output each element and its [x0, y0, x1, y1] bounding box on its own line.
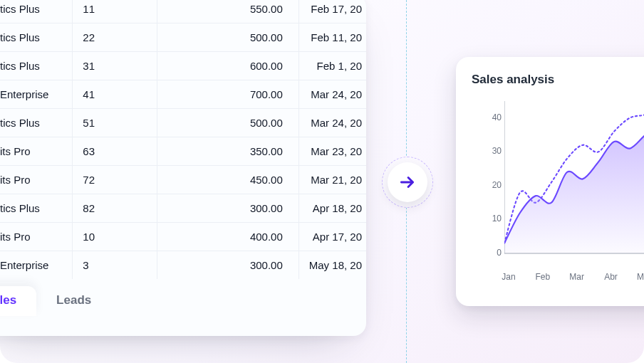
- cell-date: Feb 1, 20: [298, 52, 366, 80]
- cell-amount: 700.00: [157, 80, 298, 109]
- xtick: Mar: [569, 272, 584, 282]
- cell-date: Apr 17, 20: [298, 223, 366, 251]
- sales-table: tics Plus11550.00Feb 17, 20tics Plus2250…: [0, 0, 366, 279]
- cell-qty: 10: [73, 223, 157, 251]
- chart-area: 010203040 JanFebMarAbrMayJun: [470, 97, 644, 282]
- cell-amount: 600.00: [157, 52, 298, 80]
- cell-qty: 63: [73, 137, 157, 166]
- cell-date: May 18, 20: [298, 251, 366, 280]
- table-row[interactable]: its Pro10400.00Apr 17, 20: [0, 223, 366, 251]
- xtick: Feb: [535, 272, 550, 282]
- transform-arrow: [382, 157, 433, 208]
- table-panel: tics Plus11550.00Feb 17, 20tics Plus2250…: [0, 0, 366, 336]
- xtick: Jan: [502, 272, 515, 282]
- cell-product: its Pro: [0, 223, 73, 251]
- cell-date: Mar 24, 20: [298, 109, 366, 137]
- tabs: ales Leads: [0, 285, 366, 316]
- ytick: 10: [480, 214, 502, 223]
- table-row[interactable]: tics Plus11550.00Feb 17, 20: [0, 0, 366, 23]
- ytick: 0: [480, 248, 502, 258]
- chart-svg: [504, 101, 644, 265]
- ytick: 20: [480, 180, 502, 190]
- cell-qty: 41: [73, 80, 157, 109]
- cell-product: its Pro: [0, 137, 73, 166]
- table-row[interactable]: tics Plus51500.00Mar 24, 20: [0, 109, 366, 137]
- cell-date: Feb 11, 20: [298, 23, 366, 52]
- tab-leads[interactable]: Leads: [36, 286, 111, 316]
- cell-qty: 51: [73, 109, 157, 137]
- cell-amount: 500.00: [157, 109, 298, 137]
- cell-date: Mar 21, 20: [298, 166, 366, 194]
- ytick: 30: [480, 146, 502, 156]
- cell-amount: 550.00: [157, 0, 298, 23]
- cell-qty: 22: [73, 23, 157, 52]
- cell-product: tics Plus: [0, 109, 73, 137]
- table-row[interactable]: Enterprise3300.00May 18, 20: [0, 251, 366, 280]
- table-row[interactable]: its Pro72450.00Mar 21, 20: [0, 166, 366, 194]
- cell-date: Mar 24, 20: [298, 80, 366, 109]
- cell-qty: 3: [73, 251, 157, 280]
- cell-qty: 72: [73, 166, 157, 194]
- chart-title: Sales analysis: [472, 73, 644, 87]
- table-row[interactable]: its Pro63350.00Mar 23, 20: [0, 137, 366, 166]
- cell-product: tics Plus: [0, 0, 73, 23]
- cell-qty: 31: [73, 52, 157, 80]
- cell-date: Mar 23, 20: [298, 137, 366, 166]
- series-area: [504, 122, 644, 253]
- arrow-right-icon: [388, 162, 427, 202]
- cell-amount: 300.00: [157, 251, 298, 280]
- ytick: 40: [480, 112, 502, 122]
- cell-product: tics Plus: [0, 194, 73, 223]
- table-row[interactable]: tics Plus82300.00Apr 18, 20: [0, 194, 366, 223]
- tab-sales[interactable]: ales: [0, 286, 36, 316]
- cell-product: its Pro: [0, 166, 73, 194]
- cell-amount: 300.00: [157, 194, 298, 223]
- cell-amount: 500.00: [157, 23, 298, 52]
- cell-product: Enterprise: [0, 251, 73, 280]
- table-row[interactable]: tics Plus31600.00Feb 1, 20: [0, 52, 366, 80]
- cell-date: Apr 18, 20: [298, 194, 366, 223]
- stage: tics Plus11550.00Feb 17, 20tics Plus2250…: [0, 0, 644, 363]
- cell-amount: 400.00: [157, 223, 298, 251]
- cell-date: Feb 17, 20: [298, 0, 366, 23]
- xtick: May: [637, 272, 644, 282]
- cell-product: tics Plus: [0, 52, 73, 80]
- xtick: Abr: [604, 272, 618, 282]
- cell-product: tics Plus: [0, 23, 73, 52]
- table-row[interactable]: tics Plus22500.00Feb 11, 20: [0, 23, 366, 52]
- table-row[interactable]: Enterprise41700.00Mar 24, 20: [0, 80, 366, 109]
- cell-product: Enterprise: [0, 80, 73, 109]
- chart-card: Sales analysis 010203040 JanFebMarAbrMay…: [456, 57, 644, 306]
- cell-amount: 350.00: [157, 137, 298, 166]
- cell-qty: 82: [73, 194, 157, 223]
- cell-qty: 11: [73, 0, 157, 23]
- cell-amount: 450.00: [157, 166, 298, 194]
